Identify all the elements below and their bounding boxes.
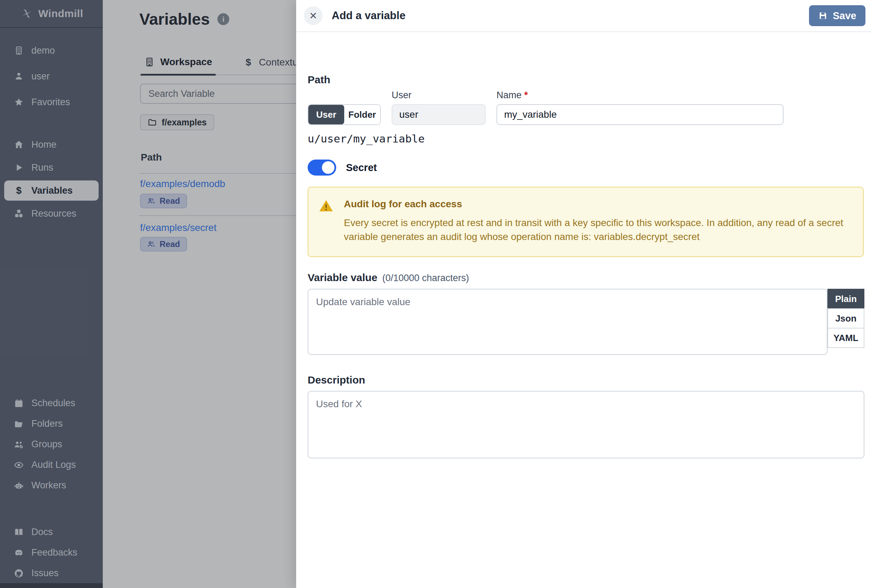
format-tabs: Plain Json YAML: [828, 289, 864, 348]
description-textarea[interactable]: [308, 391, 864, 458]
name-label-text: Name: [497, 90, 522, 100]
warning-icon: [319, 199, 344, 216]
drawer-header: ✕ Add a variable Save: [296, 0, 871, 32]
owner-kind-toggle: User Folder: [308, 104, 381, 125]
audit-log-warning: Audit log for each access Every secret i…: [308, 187, 864, 257]
drawer-title: Add a variable: [332, 9, 406, 22]
name-field: Name *: [497, 90, 784, 125]
description-editor: [308, 391, 864, 460]
path-section-heading: Path: [308, 74, 330, 86]
secret-toggle[interactable]: [308, 160, 336, 175]
user-input[interactable]: [392, 104, 486, 125]
variable-value-label-row: Variable value (0/10000 characters): [308, 272, 469, 284]
format-tab-plain[interactable]: Plain: [828, 289, 864, 309]
save-button-label: Save: [833, 10, 856, 22]
format-tab-json[interactable]: Json: [828, 308, 864, 329]
close-icon: ✕: [309, 10, 317, 22]
warning-body: Every secret is encrypted at rest and in…: [344, 216, 846, 244]
owner-kind-user-option[interactable]: User: [308, 105, 344, 124]
character-counter: (0/10000 characters): [382, 273, 469, 284]
owner-kind-folder-option[interactable]: Folder: [344, 105, 380, 124]
warning-title: Audit log for each access: [344, 199, 853, 210]
save-button[interactable]: Save: [809, 5, 865, 26]
name-input[interactable]: [497, 104, 784, 125]
close-button[interactable]: ✕: [304, 6, 323, 25]
user-field: User: [392, 90, 486, 125]
description-heading: Description: [308, 374, 365, 386]
variable-value-textarea[interactable]: [308, 289, 828, 355]
path-fields-row: User Folder User Name *: [308, 90, 784, 125]
name-field-label: Name *: [497, 90, 784, 101]
required-asterisk: *: [524, 90, 528, 100]
variable-value-heading: Variable value: [308, 272, 377, 284]
add-variable-drawer: ✕ Add a variable Save Path User: [296, 0, 871, 588]
save-icon: [818, 11, 828, 21]
format-tab-yaml[interactable]: YAML: [828, 328, 864, 348]
drawer-body: Path User Folder User Name *: [296, 32, 871, 588]
user-field-label: User: [392, 90, 486, 101]
toggle-knob: [322, 161, 334, 174]
secret-row: Secret: [308, 160, 377, 175]
windmill-app: Windmill demo: [0, 0, 871, 588]
secret-toggle-label: Secret: [346, 162, 377, 174]
full-path-preview: u/user/my_variable: [308, 132, 425, 145]
variable-value-editor: Plain Json YAML: [308, 289, 864, 355]
drawer-backdrop[interactable]: [0, 0, 296, 588]
